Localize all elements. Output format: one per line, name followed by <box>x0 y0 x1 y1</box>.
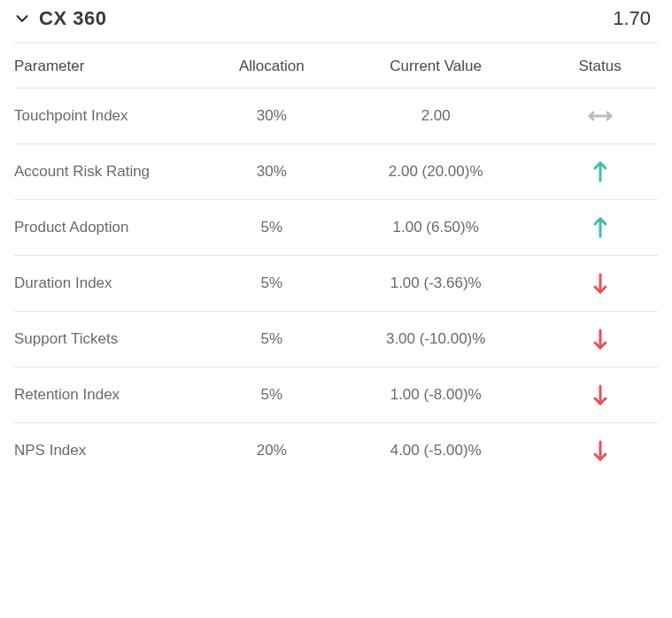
cell-allocation: 30% <box>213 107 329 125</box>
cell-allocation: 30% <box>213 163 329 181</box>
panel-title: CX 360 <box>39 7 106 30</box>
cell-allocation: 5% <box>213 219 329 236</box>
cell-parameter: Touchpoint Index <box>14 104 213 127</box>
column-header-status: Status <box>542 58 658 75</box>
cell-parameter: Retention Index <box>14 383 213 406</box>
cell-current-value: 1.00 (-8.00)% <box>329 386 542 404</box>
cell-current-value: 1.00 (-3.66)% <box>329 274 542 292</box>
status-flat-icon <box>542 109 658 123</box>
table-row: Product Adoption 5% 1.00 (6.50)% <box>14 199 658 255</box>
status-down-icon <box>542 328 658 351</box>
cell-allocation: 5% <box>213 386 329 404</box>
cell-current-value: 2.00 <box>329 107 542 125</box>
table-row: Duration Index 5% 1.00 (-3.66)% <box>14 255 658 311</box>
cell-parameter: Duration Index <box>14 272 213 295</box>
cell-current-value: 2.00 (20.00)% <box>329 163 542 181</box>
cell-parameter: Account Risk Rating <box>14 160 213 183</box>
table-row: Touchpoint Index 30% 2.00 <box>14 88 658 143</box>
cell-parameter: NPS Index <box>14 439 213 462</box>
column-header-current-value: Current Value <box>329 58 542 75</box>
status-down-icon <box>542 383 658 406</box>
column-header-allocation: Allocation <box>213 58 329 75</box>
cx360-panel: CX 360 1.70 Parameter Allocation Current… <box>0 0 672 478</box>
header-left: CX 360 <box>14 7 106 30</box>
cell-current-value: 1.00 (6.50)% <box>329 219 542 236</box>
table-row: Retention Index 5% 1.00 (-8.00)% <box>14 367 658 422</box>
cell-allocation: 5% <box>213 274 329 292</box>
cell-current-value: 3.00 (-10.00)% <box>329 330 542 348</box>
table-header-row: Parameter Allocation Current Value Statu… <box>14 43 658 88</box>
panel-header: CX 360 1.70 <box>14 0 658 42</box>
panel-score: 1.70 <box>613 7 658 30</box>
status-up-icon <box>542 160 658 183</box>
cell-current-value: 4.00 (-5.00)% <box>329 442 542 460</box>
cell-allocation: 5% <box>213 330 329 348</box>
table-row: Support Tickets 5% 3.00 (-10.00)% <box>14 311 658 367</box>
cell-parameter: Product Adoption <box>14 216 213 239</box>
status-down-icon <box>542 439 658 462</box>
status-up-icon <box>542 216 658 239</box>
column-header-parameter: Parameter <box>14 58 213 75</box>
status-down-icon <box>542 272 658 295</box>
table-row: Account Risk Rating 30% 2.00 (20.00)% <box>14 143 658 199</box>
chevron-down-icon[interactable] <box>14 11 30 27</box>
cell-allocation: 20% <box>213 442 329 460</box>
table-row: NPS Index 20% 4.00 (-5.00)% <box>14 422 658 478</box>
cell-parameter: Support Tickets <box>14 328 213 351</box>
